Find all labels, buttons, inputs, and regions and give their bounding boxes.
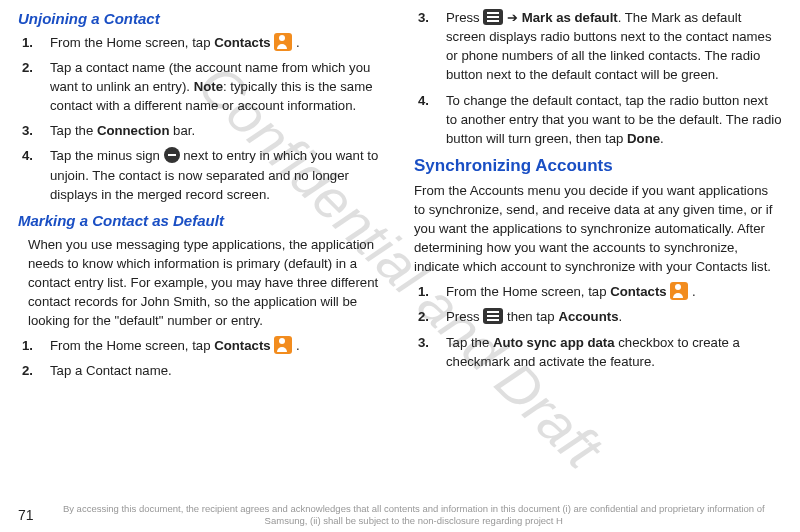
bold-text: Contacts — [214, 338, 270, 353]
step-text: then tap — [503, 309, 558, 324]
steps-marking-default: 1. From the Home screen, tap Contacts . … — [44, 336, 386, 380]
step-item: 3. Tap the Connection bar. — [44, 121, 386, 140]
step-text: To change the default contact, tap the r… — [446, 93, 782, 146]
page-number: 71 — [18, 507, 34, 523]
step-text: . — [292, 35, 299, 50]
step-text: From the Home screen, tap — [446, 284, 610, 299]
contacts-icon — [274, 336, 292, 354]
step-item: 3. Tap the Auto sync app data checkbox t… — [440, 333, 782, 371]
paragraph-text: From the Accounts menu you decide if you… — [414, 181, 782, 277]
step-number: 4. — [22, 146, 33, 165]
step-text: Tap the minus sign — [50, 148, 164, 163]
step-text: Tap the — [50, 123, 97, 138]
paragraph-text: When you use messaging type applications… — [28, 235, 386, 331]
step-text: Press — [446, 309, 483, 324]
menu-icon — [483, 308, 503, 324]
bold-text: Accounts — [558, 309, 618, 324]
content-columns: Unjoining a Contact 1. From the Home scr… — [0, 0, 800, 387]
bold-text: Mark as default — [522, 10, 618, 25]
steps-mark-default-cont: 3. Press ➔ Mark as default. The Mark as … — [440, 8, 782, 148]
bold-text: Done — [627, 131, 660, 146]
step-text: . — [660, 131, 664, 146]
page-footer: 71 By accessing this document, the recip… — [0, 503, 800, 526]
step-text: ➔ — [503, 10, 521, 25]
step-item: 1. From the Home screen, tap Contacts . — [440, 282, 782, 301]
step-text: Tap a Contact name. — [50, 363, 172, 378]
bold-text: Contacts — [214, 35, 270, 50]
contacts-icon — [670, 282, 688, 300]
step-item: 1. From the Home screen, tap Contacts . — [44, 336, 386, 355]
step-number: 3. — [418, 333, 429, 352]
step-number: 2. — [418, 307, 429, 326]
subheading-unjoining: Unjoining a Contact — [18, 8, 386, 30]
step-item: 4. To change the default contact, tap th… — [440, 91, 782, 148]
step-item: 2. Tap a Contact name. — [44, 361, 386, 380]
subheading-marking-default: Marking a Contact as Default — [18, 210, 386, 232]
step-text: . — [618, 309, 622, 324]
step-number: 1. — [22, 336, 33, 355]
step-text: . — [688, 284, 695, 299]
step-item: 1. From the Home screen, tap Contacts . — [44, 33, 386, 52]
step-text: . — [292, 338, 299, 353]
right-column: 3. Press ➔ Mark as default. The Mark as … — [414, 8, 782, 387]
bold-text: Note — [194, 79, 223, 94]
bold-text: Auto sync app data — [493, 335, 615, 350]
step-number: 2. — [22, 361, 33, 380]
steps-sync: 1. From the Home screen, tap Contacts . … — [440, 282, 782, 371]
step-number: 4. — [418, 91, 429, 110]
step-number: 2. — [22, 58, 33, 77]
footer-disclaimer: By accessing this document, the recipien… — [46, 503, 782, 526]
step-text: Press — [446, 10, 483, 25]
step-item: 3. Press ➔ Mark as default. The Mark as … — [440, 8, 782, 85]
step-text: From the Home screen, tap — [50, 338, 214, 353]
step-number: 1. — [22, 33, 33, 52]
heading-sync-accounts: Synchronizing Accounts — [414, 154, 782, 179]
bold-text: Contacts — [610, 284, 666, 299]
left-column: Unjoining a Contact 1. From the Home scr… — [18, 8, 386, 387]
steps-unjoining: 1. From the Home screen, tap Contacts . … — [44, 33, 386, 204]
step-text: From the Home screen, tap — [50, 35, 214, 50]
step-text: bar. — [169, 123, 195, 138]
minus-icon — [164, 147, 180, 163]
contacts-icon — [274, 33, 292, 51]
step-number: 1. — [418, 282, 429, 301]
step-number: 3. — [418, 8, 429, 27]
step-item: 2. Press then tap Accounts. — [440, 307, 782, 326]
step-text: Tap the — [446, 335, 493, 350]
menu-icon — [483, 9, 503, 25]
step-item: 4. Tap the minus sign next to entry in w… — [44, 146, 386, 203]
step-item: 2. Tap a contact name (the account name … — [44, 58, 386, 115]
bold-text: Connection — [97, 123, 170, 138]
step-number: 3. — [22, 121, 33, 140]
